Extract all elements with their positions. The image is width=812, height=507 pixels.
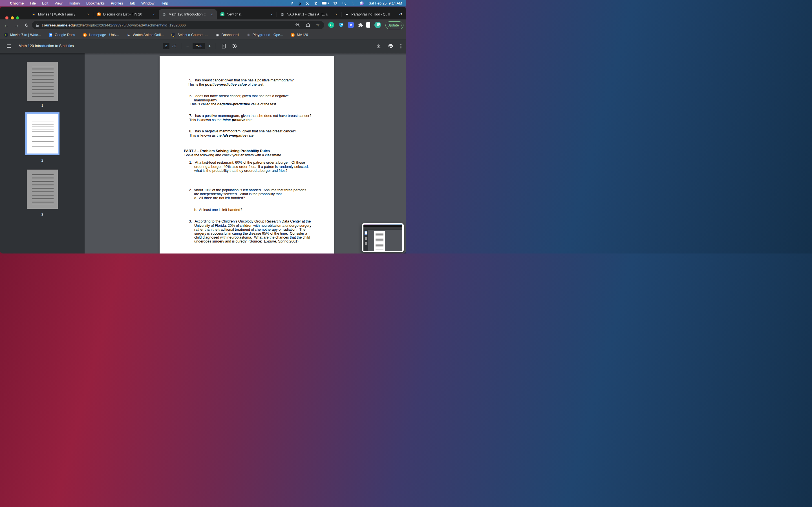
bookmark-label: Movies7.to | Watc... xyxy=(10,33,41,37)
tab-5[interactable]: NAS Part 1 - Class A, E, a✕ xyxy=(277,9,341,19)
bookmark-star-icon[interactable]: ☆ xyxy=(316,22,320,27)
tab-title: NAS Part 1 - Class A, E, a xyxy=(287,12,332,16)
bookmarks-bar: ▶Movies7.to | Watc...Google DocsBHomepag… xyxy=(0,31,406,40)
tab-3-active[interactable]: Math 120 Introduction to✕ xyxy=(159,9,217,19)
grammarly-icon[interactable]: G xyxy=(328,22,334,28)
menu-profiles[interactable]: Profiles xyxy=(108,0,126,6)
globe-icon xyxy=(215,33,219,37)
new-tab-button[interactable]: + xyxy=(377,11,379,16)
tab-title: Movies7 | Watch Family xyxy=(38,12,84,16)
tab-title: Discussions List - FIN 20 xyxy=(103,12,150,16)
pushbullet-icon[interactable]: p xyxy=(299,1,301,6)
page-thumbnail-3[interactable] xyxy=(27,170,58,209)
reload-icon[interactable] xyxy=(24,23,29,27)
minimize-window-button[interactable] xyxy=(11,16,14,19)
play-icon: ▶ xyxy=(32,12,36,16)
menu-file[interactable]: File xyxy=(27,0,39,6)
close-tab-icon[interactable]: ✕ xyxy=(210,13,214,16)
languagetool-icon[interactable]: lt xyxy=(348,22,354,28)
zoom-level[interactable]: 75% xyxy=(193,43,205,49)
tab-search-chevron-icon[interactable]: ▼ xyxy=(400,12,403,15)
course-icon xyxy=(171,33,175,37)
bookmark-item[interactable]: ▶Movies7.to | Watc... xyxy=(4,33,41,37)
menu-window[interactable]: Window xyxy=(138,0,157,6)
menu-tab[interactable]: Tab xyxy=(126,0,138,6)
bookmark-item[interactable]: ✳Playground - Ope... xyxy=(246,33,283,37)
pdf-page: 5. has breast cancer given that she has … xyxy=(160,56,334,253)
reader-icon[interactable] xyxy=(366,22,370,27)
bluetooth-icon[interactable] xyxy=(314,1,317,6)
pdf-viewer: 123 5. has breast cancer given that she … xyxy=(0,53,406,253)
menubar-clock[interactable]: Sat Feb 25 9:14 AM xyxy=(368,1,402,5)
document-text-line: 1. At a fast-food restaurant, 60% of the… xyxy=(189,161,305,165)
print-icon[interactable] xyxy=(388,44,393,48)
fit-page-icon[interactable] xyxy=(221,43,226,49)
profile-avatar[interactable] xyxy=(374,22,381,28)
document-text-line: 8. has a negative mammogram, given that … xyxy=(189,129,296,133)
extensions-puzzle-icon[interactable] xyxy=(357,22,363,28)
forward-icon[interactable]: → xyxy=(14,23,19,27)
update-button[interactable]: Update xyxy=(386,21,403,29)
navigation-bar: ← → courses.maine.edu/d2l/le/dropbox/263… xyxy=(0,19,406,31)
bookmark-label: Dashboard xyxy=(221,33,239,37)
document-text-line: This is known as the false-positive rate… xyxy=(189,118,253,122)
owl-extension-icon[interactable] xyxy=(338,22,344,27)
page-thumbnail-1[interactable] xyxy=(27,62,58,101)
tab-1[interactable]: ▶Movies7 | Watch Family✕ xyxy=(28,9,93,19)
page-number-input[interactable]: 2 xyxy=(163,43,169,49)
tab-6[interactable]: ✒Paraphrasing Tool - Quill✕ xyxy=(342,9,405,19)
menu-history[interactable]: History xyxy=(65,0,83,6)
close-window-button[interactable] xyxy=(5,16,8,19)
thumbnail-page-number: 3 xyxy=(0,213,85,217)
more-vert-icon[interactable] xyxy=(400,44,402,48)
siri-icon[interactable] xyxy=(360,1,364,5)
menu-edit[interactable]: Edit xyxy=(39,0,51,6)
thumbnail-sidebar: 123 xyxy=(0,53,85,253)
tab-title: Paraphrasing Tool - Quill xyxy=(351,12,396,16)
menu-app-name[interactable]: Chrome xyxy=(7,0,27,6)
screen-capture-preview[interactable] xyxy=(362,223,404,252)
zoom-in-button[interactable]: + xyxy=(208,44,211,49)
screen-record-icon[interactable] xyxy=(306,1,310,6)
close-tab-icon[interactable]: ✕ xyxy=(270,13,274,16)
tab-2[interactable]: BDiscussions List - FIN 20✕ xyxy=(93,9,159,19)
menu-help[interactable]: Help xyxy=(158,0,171,6)
close-tab-icon[interactable]: ✕ xyxy=(335,13,338,16)
document-text-line: 7. has a positive mammogram, given that … xyxy=(189,114,311,118)
bookmark-item[interactable]: Select a Course -... xyxy=(171,33,207,37)
url-text: courses.maine.edu/d2l/le/dropbox/263442/… xyxy=(42,23,186,27)
bookmark-item[interactable]: Dashboard xyxy=(215,33,239,37)
document-text-line: mammogram? xyxy=(194,98,217,102)
document-text-line: undergoes surgery and is cured? (Source:… xyxy=(194,239,299,243)
menu-bookmarks[interactable]: Bookmarks xyxy=(83,0,108,6)
back-icon[interactable]: ← xyxy=(4,23,9,27)
location-arrow-icon[interactable] xyxy=(290,1,294,6)
screen-capture-preview-image xyxy=(363,224,402,251)
bookmark-item[interactable]: Google Docs xyxy=(49,33,75,37)
rotate-icon[interactable] xyxy=(232,44,237,49)
menu-view[interactable]: View xyxy=(51,0,65,6)
document-text-line: a. All three are not left-handed? xyxy=(194,196,245,200)
zoom-out-icon[interactable] xyxy=(295,22,300,28)
bookmark-item[interactable]: BHomepage - Univ... xyxy=(83,33,119,37)
tab-4[interactable]: ✳New chat✕ xyxy=(217,9,276,19)
page-thumbnail-2-selected[interactable] xyxy=(27,114,58,154)
zoom-window-button[interactable] xyxy=(16,16,19,19)
close-tab-icon[interactable]: ✕ xyxy=(86,13,90,16)
address-bar[interactable]: courses.maine.edu/d2l/le/dropbox/263442/… xyxy=(32,21,324,29)
spotlight-search-icon[interactable] xyxy=(342,1,346,6)
lock-icon[interactable] xyxy=(36,23,39,27)
document-text-line: surgery is successful in curing the dise… xyxy=(194,231,307,235)
battery-icon[interactable] xyxy=(322,2,328,5)
bookmark-item[interactable]: BMA120 xyxy=(291,33,308,37)
menu-icon[interactable] xyxy=(7,44,11,48)
close-tab-icon[interactable]: ✕ xyxy=(152,13,156,16)
bookmark-item[interactable]: ▶Watch Anime Onli... xyxy=(126,33,163,37)
download-icon[interactable] xyxy=(376,44,381,49)
control-center-icon[interactable] xyxy=(351,1,355,5)
thumbnail-page-number: 1 xyxy=(0,104,85,108)
share-icon[interactable] xyxy=(306,22,310,28)
zoom-out-button[interactable]: − xyxy=(186,44,189,49)
tab-strip: ▶Movies7 | Watch Family✕BDiscussions Lis… xyxy=(0,7,406,19)
wifi-icon[interactable] xyxy=(333,1,338,6)
